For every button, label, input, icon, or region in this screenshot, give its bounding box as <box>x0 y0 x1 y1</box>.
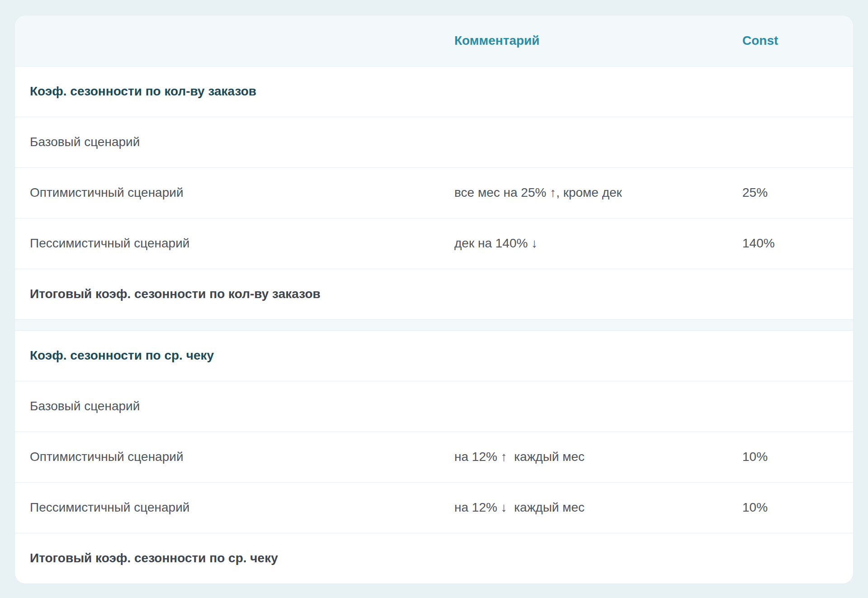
row-orders-base-scenario: Базовый сценарий <box>15 117 853 167</box>
scenario-const-cell[interactable] <box>742 381 853 432</box>
row-avg-check-optimistic-scenario: Оптимистичный сценарий на 12% ↑ каждый м… <box>15 432 853 482</box>
section-title-row-orders: Коэф. сезонности по кол-ву заказов <box>15 66 853 117</box>
scenario-const-cell[interactable]: 10% <box>742 432 853 482</box>
scenario-const-cell[interactable]: 10% <box>742 482 853 533</box>
section-title: Коэф. сезонности по кол-ву заказов <box>15 66 454 117</box>
scenario-comment-cell[interactable]: все мес на 25% ↑, кроме дек <box>454 167 742 218</box>
scenario-name: Пессимистичный сценарий <box>15 482 454 533</box>
row-avg-check-base-scenario: Базовый сценарий <box>15 381 853 432</box>
header-cell-name <box>15 15 454 66</box>
scenario-name: Базовый сценарий <box>15 381 454 432</box>
section-spacer <box>15 319 853 330</box>
seasonality-scenario-table: Комментарий Const Коэф. сезонности по ко… <box>15 15 853 584</box>
scenario-comment-cell[interactable]: на 12% ↑ каждый мес <box>454 432 742 482</box>
scenario-const-cell[interactable]: 140% <box>742 218 853 269</box>
scenario-name: Пессимистичный сценарий <box>15 218 454 269</box>
scenario-comment-cell[interactable] <box>454 117 742 167</box>
scenario-const-cell[interactable] <box>742 117 853 167</box>
header-cell-comment: Комментарий <box>454 15 742 66</box>
scenario-name: Базовый сценарий <box>15 117 454 167</box>
section-title: Коэф. сезонности по ср. чеку <box>15 330 454 381</box>
scenario-name: Оптимистичный сценарий <box>15 167 454 218</box>
section-title-row-avg-check: Коэф. сезонности по ср. чеку <box>15 330 853 381</box>
scenario-comment-cell[interactable]: дек на 140% ↓ <box>454 218 742 269</box>
scenario-name: Оптимистичный сценарий <box>15 432 454 482</box>
table-header-row: Комментарий Const <box>15 15 853 66</box>
page-background: Комментарий Const Коэф. сезонности по ко… <box>0 0 868 598</box>
scenario-comment-cell[interactable] <box>454 381 742 432</box>
summary-row-avg-check: Итоговый коэф. сезонности по ср. чеку <box>15 533 853 584</box>
summary-label: Итоговый коэф. сезонности по ср. чеку <box>15 533 454 584</box>
scenario-table-card: Комментарий Const Коэф. сезонности по ко… <box>14 15 854 584</box>
scenario-comment-cell[interactable]: на 12% ↓ каждый мес <box>454 482 742 533</box>
summary-label: Итоговый коэф. сезонности по кол-ву зака… <box>15 269 454 319</box>
row-orders-optimistic-scenario: Оптимистичный сценарий все мес на 25% ↑,… <box>15 167 853 218</box>
summary-row-orders: Итоговый коэф. сезонности по кол-ву зака… <box>15 269 853 319</box>
header-cell-const: Const <box>742 15 853 66</box>
row-orders-pessimistic-scenario: Пессимистичный сценарий дек на 140% ↓ 14… <box>15 218 853 269</box>
scenario-const-cell[interactable]: 25% <box>742 167 853 218</box>
row-avg-check-pessimistic-scenario: Пессимистичный сценарий на 12% ↓ каждый … <box>15 482 853 533</box>
